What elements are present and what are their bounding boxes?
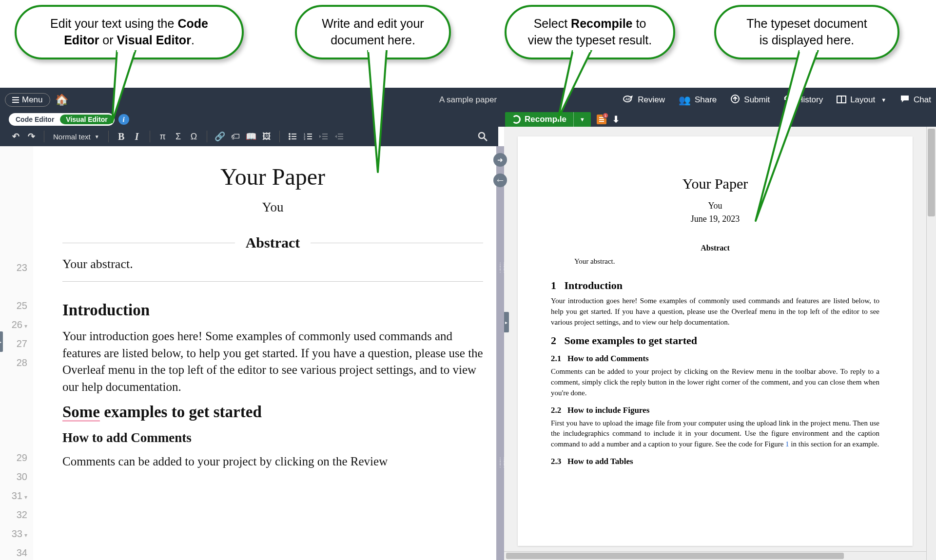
- sync-to-pdf-button[interactable]: ➜: [493, 153, 507, 167]
- info-icon[interactable]: i: [118, 114, 129, 125]
- number-list-button[interactable]: 123: [301, 130, 315, 143]
- pdf-title: Your Paper: [551, 175, 879, 192]
- download-button[interactable]: ⬇: [612, 114, 620, 125]
- pdf-date: June 19, 2023: [551, 214, 879, 224]
- abstract-text[interactable]: Your abstract.: [62, 257, 483, 271]
- share-icon: 👥: [679, 94, 691, 106]
- chat-button[interactable]: Chat: [900, 95, 931, 106]
- expand-file-tree[interactable]: ▸: [0, 331, 3, 352]
- paragraph-style-label: Normal text: [53, 133, 91, 141]
- undo-button[interactable]: ↶: [9, 130, 22, 143]
- history-button[interactable]: History: [783, 94, 823, 106]
- scrollbar-thumb[interactable]: [928, 129, 935, 216]
- svg-text:3: 3: [304, 137, 306, 140]
- cite-button[interactable]: 🏷: [229, 130, 242, 143]
- callout-4-line2: is displayed here.: [760, 33, 855, 47]
- recompile-label: Recompile: [525, 115, 566, 124]
- callout-2: Write and edit your document here.: [295, 5, 451, 59]
- pdf-sub23: 2.3 How to add Tables: [551, 457, 879, 466]
- bold-button[interactable]: B: [115, 130, 128, 143]
- line-number: 30: [0, 467, 27, 486]
- pane-divider[interactable]: ➜ 🡐 ⋮⋮⋮⋮⋮⋮ ⋮⋮⋮⋮⋮⋮: [496, 146, 504, 560]
- visual-editor-document[interactable]: Your Paper You Abstract Your abstract. I…: [33, 146, 498, 560]
- recompile-dropdown[interactable]: ▼: [573, 112, 591, 127]
- pdf-page: Your Paper You June 19, 2023 Abstract Yo…: [518, 136, 913, 546]
- line-number: 27: [0, 334, 27, 353]
- svg-rect-8: [292, 136, 296, 137]
- pdf-sub22: 2.2 How to include Figures: [551, 406, 879, 415]
- paragraph-comments[interactable]: Comments can be added to your project by…: [62, 453, 483, 470]
- editor-switch[interactable]: Code Editor Visual Editor: [9, 113, 115, 126]
- fold-chevron-icon[interactable]: ▾: [24, 494, 27, 501]
- svg-rect-18: [322, 136, 328, 137]
- link-button[interactable]: 🔗: [213, 130, 227, 143]
- paragraph-style-select[interactable]: Normal text ▼: [50, 133, 102, 141]
- hamburger-icon: [12, 99, 19, 100]
- layout-icon: [837, 95, 846, 106]
- svg-point-5: [289, 133, 291, 135]
- submit-button[interactable]: Submit: [730, 94, 770, 106]
- fold-chevron-icon[interactable]: ▾: [24, 532, 27, 539]
- heading-examples[interactable]: Some examples to get started: [62, 403, 483, 422]
- pi-button[interactable]: π: [156, 130, 170, 143]
- outdent-button[interactable]: [317, 130, 331, 143]
- preview-scroll[interactable]: ▸ Your Paper You June 19, 2023 Abstract …: [504, 127, 926, 560]
- svg-rect-14: [307, 136, 312, 137]
- collapse-editor[interactable]: ▸: [504, 312, 509, 332]
- fold-chevron-icon[interactable]: ▾: [24, 323, 27, 329]
- ref-button[interactable]: 📖: [244, 130, 258, 143]
- scrollbar-thumb[interactable]: [506, 553, 844, 559]
- subtoolbar: Code Editor Visual Editor i Recompile ▼ …: [0, 112, 936, 127]
- doc-author[interactable]: You: [62, 200, 483, 215]
- sigma-button[interactable]: Σ: [172, 130, 185, 143]
- redo-button[interactable]: ↷: [24, 130, 38, 143]
- line-number: 28: [0, 353, 27, 372]
- indent-button[interactable]: [332, 130, 346, 143]
- history-icon: [783, 94, 793, 106]
- share-label: Share: [695, 95, 717, 105]
- image-button[interactable]: 🖼: [260, 130, 273, 143]
- line-number: 29: [0, 448, 27, 467]
- sync-to-code-button[interactable]: 🡐: [493, 174, 507, 187]
- heading-comments[interactable]: How to add Comments: [62, 430, 483, 445]
- heading-introduction[interactable]: Introduction: [62, 301, 483, 319]
- spell-underline[interactable]: Some: [62, 404, 100, 422]
- line-number: [0, 410, 27, 429]
- svg-point-9: [289, 138, 291, 140]
- callout-2-line1: Write and edit your: [322, 17, 424, 30]
- line-gutter: ▸ 232526▾2728293031▾3233▾34: [0, 146, 33, 560]
- callout-4-line1: The typeset document: [746, 17, 867, 30]
- submit-icon: [730, 94, 740, 106]
- line-number: 31▾: [0, 486, 27, 505]
- italic-button[interactable]: I: [130, 130, 144, 143]
- callout-1: Edit your text using the Code Editor or …: [15, 5, 244, 59]
- callout-3-bold: Recompile: [571, 17, 632, 30]
- line-number: 32: [0, 505, 27, 524]
- horizontal-scrollbar[interactable]: [504, 551, 926, 560]
- bullet-list-button[interactable]: [286, 130, 299, 143]
- code-editor-option[interactable]: Code Editor: [10, 115, 60, 124]
- layout-button[interactable]: Layout ▼: [837, 95, 886, 106]
- vertical-scrollbar[interactable]: [926, 127, 936, 560]
- pdf-p22: First you have to upload the image file …: [551, 418, 879, 450]
- visual-editor-option[interactable]: Visual Editor: [60, 115, 113, 124]
- paragraph-intro[interactable]: Your introduction goes here! Some exampl…: [62, 328, 483, 395]
- omega-button[interactable]: Ω: [187, 130, 201, 143]
- share-button[interactable]: 👥 Share: [679, 94, 717, 106]
- line-number: 25: [0, 296, 27, 315]
- svg-rect-22: [338, 138, 343, 139]
- svg-rect-10: [292, 138, 296, 139]
- menu-button[interactable]: Menu: [5, 93, 50, 107]
- pdf-abstract: Your abstract.: [574, 257, 856, 266]
- abstract-label: Abstract: [246, 234, 300, 251]
- home-icon[interactable]: 🏠: [55, 94, 68, 106]
- recompile-button[interactable]: Recompile ▼: [505, 112, 591, 127]
- review-button[interactable]: AB Review: [623, 95, 665, 106]
- doc-title[interactable]: Your Paper: [62, 163, 483, 190]
- svg-point-23: [479, 133, 485, 138]
- logs-button[interactable]: 1: [597, 115, 606, 124]
- callouts: Edit your text using the Code Editor or …: [0, 0, 936, 88]
- line-number: 26▾: [0, 315, 27, 334]
- svg-rect-12: [307, 134, 312, 135]
- search-button[interactable]: [476, 130, 489, 143]
